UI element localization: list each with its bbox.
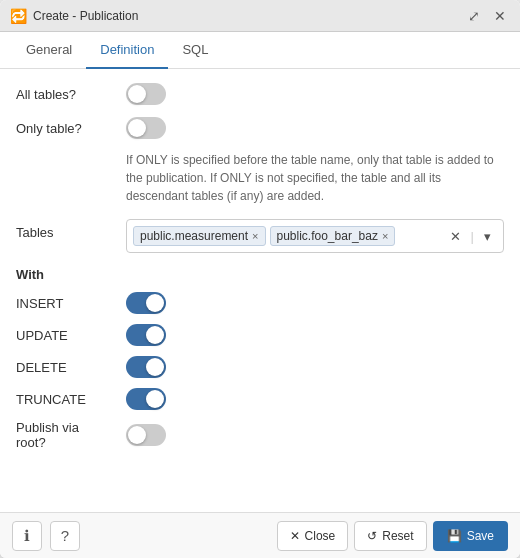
truncate-label: TRUNCATE: [16, 392, 126, 407]
delete-track[interactable]: [126, 356, 166, 378]
only-table-toggle[interactable]: [126, 117, 166, 139]
tables-label: Tables: [16, 219, 126, 240]
only-table-track[interactable]: [126, 117, 166, 139]
tables-clear-button[interactable]: ✕: [444, 225, 467, 248]
save-label: Save: [467, 529, 494, 543]
save-button[interactable]: 💾 Save: [433, 521, 508, 551]
help-text: If ONLY is specified before the table na…: [126, 151, 504, 205]
tag-measurement: public.measurement ×: [133, 226, 266, 246]
tab-bar: General Definition SQL: [0, 32, 520, 69]
tables-dropdown-button[interactable]: ▾: [478, 225, 497, 248]
help-icon: ?: [61, 527, 69, 544]
delete-row: DELETE: [16, 356, 504, 378]
delete-label: DELETE: [16, 360, 126, 375]
window-icon: 🔁: [10, 8, 27, 24]
tables-select[interactable]: public.measurement × public.foo_bar_baz …: [126, 219, 504, 253]
titlebar-controls: ⤢ ✕: [464, 7, 510, 25]
footer: ℹ ? ✕ Close ↺ Reset 💾 Save: [0, 512, 520, 558]
expand-button[interactable]: ⤢: [464, 7, 484, 25]
tab-sql[interactable]: SQL: [168, 32, 222, 69]
close-icon: ✕: [290, 529, 300, 543]
reset-icon: ↺: [367, 529, 377, 543]
main-window: 🔁 Create - Publication ⤢ ✕ General Defin…: [0, 0, 520, 558]
tag-foo-bar-baz-remove[interactable]: ×: [382, 230, 388, 242]
insert-toggle[interactable]: [126, 292, 166, 314]
publish-via-root-row: Publish via root?: [16, 420, 504, 450]
save-icon: 💾: [447, 529, 462, 543]
tables-select-wrapper: public.measurement × public.foo_bar_baz …: [126, 219, 504, 253]
tables-row: Tables public.measurement × public.foo_b…: [16, 219, 504, 253]
tag-foo-bar-baz: public.foo_bar_baz ×: [270, 226, 396, 246]
content-area: All tables? Only table? If ONLY is speci…: [0, 69, 520, 512]
delete-toggle[interactable]: [126, 356, 166, 378]
window-title: Create - Publication: [33, 9, 138, 23]
truncate-toggle[interactable]: [126, 388, 166, 410]
close-button[interactable]: ✕ Close: [277, 521, 349, 551]
update-toggle[interactable]: [126, 324, 166, 346]
publish-via-root-toggle[interactable]: [126, 424, 166, 446]
reset-label: Reset: [382, 529, 413, 543]
tag-measurement-text: public.measurement: [140, 229, 248, 243]
tag-foo-bar-baz-text: public.foo_bar_baz: [277, 229, 378, 243]
publish-via-root-track[interactable]: [126, 424, 166, 446]
reset-button[interactable]: ↺ Reset: [354, 521, 426, 551]
truncate-row: TRUNCATE: [16, 388, 504, 410]
titlebar: 🔁 Create - Publication ⤢ ✕: [0, 0, 520, 32]
update-row: UPDATE: [16, 324, 504, 346]
titlebar-left: 🔁 Create - Publication: [10, 8, 138, 24]
tab-general[interactable]: General: [12, 32, 86, 69]
info-button[interactable]: ℹ: [12, 521, 42, 551]
with-section: With INSERT UPDATE: [16, 267, 504, 450]
all-tables-track[interactable]: [126, 83, 166, 105]
publish-via-root-label: Publish via root?: [16, 420, 126, 450]
only-table-label: Only table?: [16, 121, 126, 136]
close-window-button[interactable]: ✕: [490, 7, 510, 25]
close-label: Close: [305, 529, 336, 543]
all-tables-label: All tables?: [16, 87, 126, 102]
footer-left: ℹ ?: [12, 521, 80, 551]
update-track[interactable]: [126, 324, 166, 346]
insert-row: INSERT: [16, 292, 504, 314]
footer-right: ✕ Close ↺ Reset 💾 Save: [277, 521, 508, 551]
with-title: With: [16, 267, 504, 282]
insert-track[interactable]: [126, 292, 166, 314]
update-label: UPDATE: [16, 328, 126, 343]
help-button[interactable]: ?: [50, 521, 80, 551]
all-tables-toggle[interactable]: [126, 83, 166, 105]
info-icon: ℹ: [24, 527, 30, 545]
tag-measurement-remove[interactable]: ×: [252, 230, 258, 242]
truncate-track[interactable]: [126, 388, 166, 410]
all-tables-row: All tables?: [16, 83, 504, 105]
only-table-row: Only table?: [16, 117, 504, 139]
tab-definition[interactable]: Definition: [86, 32, 168, 69]
insert-label: INSERT: [16, 296, 126, 311]
